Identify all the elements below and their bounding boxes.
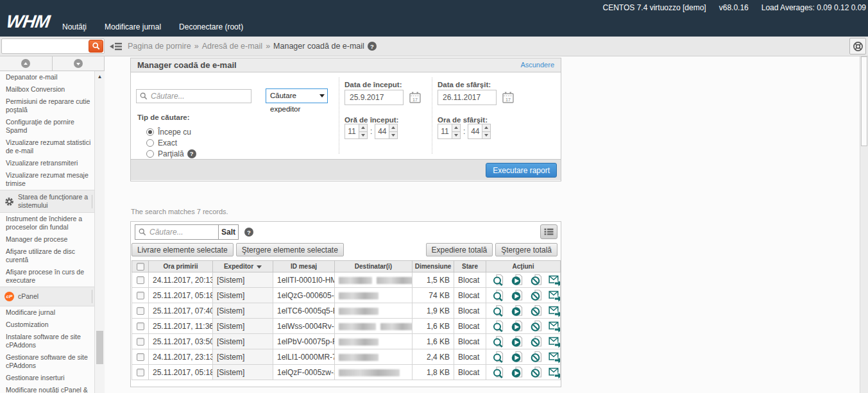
- view-message-icon[interactable]: [492, 366, 505, 379]
- help-icon[interactable]: ?: [187, 149, 196, 158]
- unqueue-message-icon[interactable]: [530, 274, 543, 287]
- sidebar-item[interactable]: Manager de procese: [0, 233, 105, 246]
- sidebar-item[interactable]: Vizualizare rezumat statistici de e-mail: [0, 137, 105, 157]
- row-checkbox[interactable]: [137, 292, 144, 299]
- list-view-button[interactable]: [540, 224, 557, 239]
- delete-selected-button[interactable]: Ştergere elemente selectate: [236, 243, 344, 256]
- hide-link[interactable]: Ascundere: [520, 58, 554, 72]
- queue-search-input[interactable]: [149, 91, 251, 101]
- sidebar-scroll-down-button[interactable]: [53, 56, 105, 71]
- unqueue-message-icon[interactable]: [530, 366, 543, 379]
- row-checkbox[interactable]: [137, 338, 144, 346]
- end-date-input[interactable]: [438, 90, 497, 105]
- sidebar-scrollbar[interactable]: ▲: [94, 71, 105, 393]
- sidebar-item[interactable]: Configuraţie de pornire Spamd: [0, 116, 105, 137]
- sidebar-section[interactable]: Starea de funcţionare a sistemului∨: [0, 190, 105, 213]
- go-button[interactable]: Salt: [218, 224, 239, 240]
- breadcrumb-email[interactable]: Adresă de e-mail: [202, 42, 263, 51]
- spinner-down-icon[interactable]: [389, 131, 398, 140]
- view-message-icon[interactable]: [492, 351, 505, 364]
- whm-logo[interactable]: WHM: [5, 12, 51, 32]
- col-recipients[interactable]: Destinatar(i): [335, 261, 413, 272]
- deliver-all-button[interactable]: Expediere totală: [426, 243, 493, 256]
- deliver-message-icon[interactable]: [511, 305, 523, 317]
- sidebar-item[interactable]: Instrument de închidere a proceselor din…: [0, 213, 105, 233]
- collapse-sidebar-icon[interactable]: [110, 42, 123, 51]
- radio-starts-with[interactable]: Începe cu ?: [146, 126, 196, 137]
- unqueue-message-icon[interactable]: [530, 320, 543, 333]
- forward-message-icon[interactable]: [549, 351, 560, 364]
- forward-message-icon[interactable]: [549, 305, 560, 317]
- row-checkbox[interactable]: [137, 322, 144, 330]
- sidebar-item[interactable]: Depanator e-mail: [0, 71, 105, 83]
- view-message-icon[interactable]: [492, 305, 505, 317]
- row-checkbox[interactable]: [137, 353, 144, 361]
- forward-message-icon[interactable]: [549, 366, 560, 379]
- view-message-icon[interactable]: [492, 289, 505, 302]
- search-filter-dropdown[interactable]: Căutare expeditor: [266, 88, 328, 103]
- scrollbar-up-icon[interactable]: ▲: [95, 71, 105, 79]
- deliver-message-icon[interactable]: [511, 351, 523, 364]
- support-button[interactable]: [849, 38, 866, 54]
- forward-message-icon[interactable]: [549, 320, 560, 333]
- quick-search-input[interactable]: [2, 40, 89, 52]
- unqueue-message-icon[interactable]: [530, 289, 543, 302]
- run-report-button[interactable]: Executare raport: [486, 163, 557, 178]
- end-hour-input[interactable]: 11: [438, 124, 452, 139]
- breadcrumb-home[interactable]: Pagina de pornire: [128, 42, 191, 51]
- deliver-message-icon[interactable]: [511, 320, 523, 333]
- select-all-checkbox[interactable]: [137, 263, 144, 271]
- radio-exact[interactable]: Exact ?: [146, 137, 196, 148]
- start-date-input[interactable]: [345, 90, 404, 105]
- calendar-icon[interactable]: 17: [409, 92, 421, 103]
- view-message-icon[interactable]: [492, 335, 505, 348]
- sidebar-item[interactable]: Vizualizare rezumat mesaje trimise: [0, 169, 105, 190]
- col-sender[interactable]: Expeditor: [213, 261, 273, 272]
- calendar-icon[interactable]: 17: [502, 92, 514, 103]
- sidebar-scroll-up-button[interactable]: [0, 56, 53, 71]
- search-button[interactable]: [89, 40, 103, 53]
- start-minute-input[interactable]: 44: [375, 124, 389, 139]
- sidebar-item[interactable]: Mailbox Conversion: [0, 83, 105, 96]
- sidebar-item[interactable]: Customization: [0, 319, 105, 331]
- results-search-input[interactable]: [148, 227, 218, 237]
- row-checkbox[interactable]: [137, 369, 144, 376]
- page-scrollbar[interactable]: [860, 56, 868, 393]
- sidebar-scrollbar-thumb[interactable]: [96, 331, 103, 364]
- unqueue-message-icon[interactable]: [530, 305, 543, 317]
- page-scrollbar-thumb[interactable]: [861, 56, 867, 146]
- deliver-message-icon[interactable]: [511, 366, 523, 379]
- sidebar-item[interactable]: Afişare utilizare de disc curentă: [0, 246, 105, 266]
- forward-message-icon[interactable]: [549, 289, 560, 302]
- sidebar-item[interactable]: Vizualizare retransmiteri: [0, 157, 105, 169]
- deliver-message-icon[interactable]: [511, 274, 523, 287]
- view-message-icon[interactable]: [492, 274, 505, 287]
- sidebar-item[interactable]: Gestionare software de site cPAddons: [0, 351, 105, 372]
- nav-change-log[interactable]: Modificare jurnal: [105, 22, 161, 31]
- col-size[interactable]: Dimensiune: [413, 261, 454, 272]
- col-received[interactable]: Ora primirii: [149, 261, 213, 272]
- nav-news[interactable]: Noutăţi: [62, 22, 87, 31]
- spinner-down-icon[interactable]: [482, 131, 491, 140]
- col-state[interactable]: Stare: [454, 261, 486, 272]
- sidebar-item[interactable]: Gestionare inserturi: [0, 372, 105, 384]
- radio-partial[interactable]: Parţială ?: [146, 148, 196, 159]
- delete-all-button[interactable]: Ştergere totală: [495, 243, 557, 256]
- sidebar-item[interactable]: Instalare software de site cPAddons: [0, 331, 105, 351]
- sidebar-item[interactable]: Permisiuni de reparare cutie poştală: [0, 96, 105, 116]
- sidebar-item[interactable]: Modificare noutăţi cPanel & WHM: [0, 384, 105, 393]
- forward-message-icon[interactable]: [549, 274, 560, 287]
- unqueue-message-icon[interactable]: [530, 351, 543, 364]
- unqueue-message-icon[interactable]: [530, 335, 543, 348]
- deliver-message-icon[interactable]: [511, 289, 523, 302]
- sidebar-item[interactable]: Modificare jurnal: [0, 306, 105, 319]
- start-hour-input[interactable]: 11: [345, 124, 359, 139]
- spinner-down-icon[interactable]: [452, 131, 461, 140]
- end-minute-input[interactable]: 44: [468, 124, 482, 139]
- help-icon[interactable]: ?: [244, 228, 253, 237]
- deliver-message-icon[interactable]: [511, 335, 523, 348]
- row-checkbox[interactable]: [137, 307, 144, 315]
- breadcrumb-help-icon[interactable]: ?: [368, 42, 377, 51]
- spinner-down-icon[interactable]: [359, 131, 368, 140]
- view-message-icon[interactable]: [492, 320, 505, 333]
